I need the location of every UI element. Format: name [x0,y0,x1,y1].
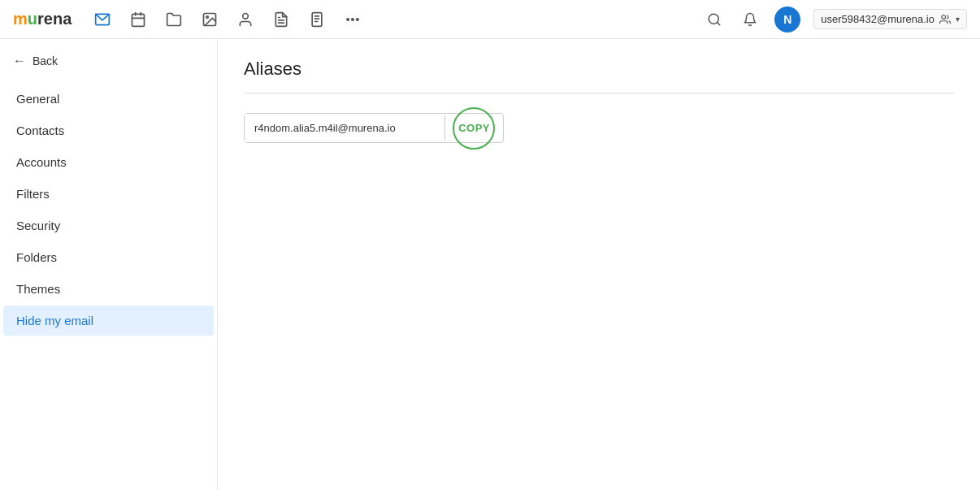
nav-right: N user598432@murena.io ▾ [703,7,967,33]
back-button[interactable]: ← Back [0,46,217,76]
top-navigation: murena [0,0,980,39]
svg-rect-1 [132,14,145,26]
sidebar-nav: General Contacts Accounts Filters Securi… [0,83,217,336]
sidebar-item-security[interactable]: Security [3,210,214,241]
svg-point-15 [352,18,354,20]
photos-icon[interactable] [198,8,221,31]
sidebar-item-themes[interactable]: Themes [3,274,214,304]
contacts-icon[interactable] [234,8,257,31]
sidebar-item-hide-my-email[interactable]: Hide my email [3,306,214,336]
user-avatar[interactable]: N [774,7,800,33]
account-people-icon [939,14,951,25]
files-icon[interactable] [163,8,185,31]
back-label: Back [33,54,58,67]
chevron-down-icon: ▾ [956,15,960,24]
main-layout: ← Back General Contacts Accounts Filters… [0,39,980,490]
sidebar-item-accounts[interactable]: Accounts [3,147,214,177]
svg-point-19 [942,15,946,19]
svg-point-16 [357,18,359,20]
svg-point-6 [206,15,209,17]
sidebar-item-folders[interactable]: Folders [3,242,214,272]
notifications-button[interactable] [739,8,761,31]
copy-button[interactable]: COPY [444,115,503,141]
search-button[interactable] [703,8,726,31]
sidebar: ← Back General Contacts Accounts Filters… [0,39,218,490]
docs-icon[interactable] [306,8,328,31]
app-logo[interactable]: murena [13,10,72,28]
svg-point-7 [243,13,249,19]
sidebar-item-filters[interactable]: Filters [3,179,214,209]
more-icon[interactable] [341,8,364,31]
alias-row: r4ndom.alia5.m4il@murena.io COPY [244,113,504,143]
account-email: user598432@murena.io [821,13,934,25]
notes-icon[interactable] [270,8,293,31]
sidebar-item-general[interactable]: General [3,84,214,114]
back-arrow-icon: ← [13,54,26,68]
alias-email: r4ndom.alia5.m4il@murena.io [245,114,444,142]
section-divider [244,93,954,93]
calendar-icon[interactable] [127,8,150,31]
copy-button-wrapper: COPY [444,115,503,141]
svg-line-18 [718,22,720,24]
content-area: Aliases r4ndom.alia5.m4il@murena.io COPY [218,39,980,490]
page-title: Aliases [244,59,954,80]
mail-icon[interactable] [91,8,114,31]
nav-icons [91,8,696,31]
svg-point-14 [347,18,349,20]
sidebar-item-contacts[interactable]: Contacts [3,115,214,145]
account-selector[interactable]: user598432@murena.io ▾ [813,9,967,29]
